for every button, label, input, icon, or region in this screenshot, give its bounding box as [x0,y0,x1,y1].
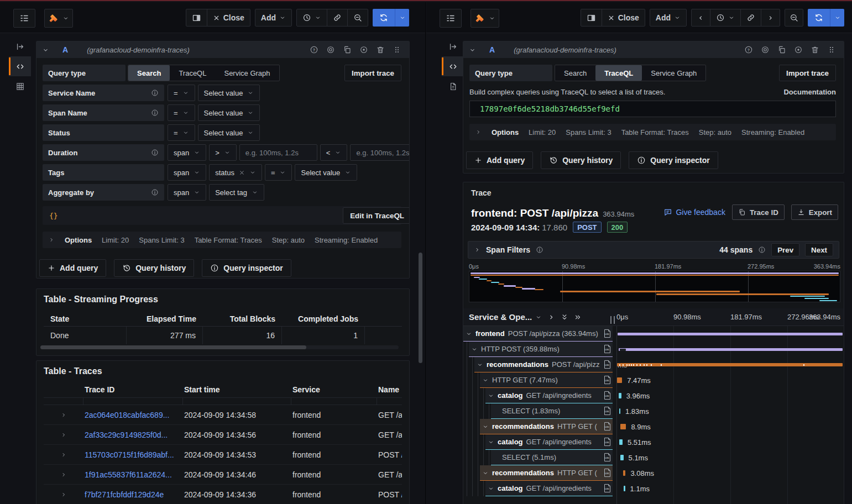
zoom-out-button[interactable] [348,9,368,26]
span-row[interactable]: recommendationsHTTP GET (8.9ms [463,419,844,434]
options-summary-right[interactable]: Options Limit: 20Spans Limit: 3Table For… [469,124,836,140]
collapse-one-icon[interactable] [547,313,555,321]
span-bar[interactable] [619,439,623,445]
next-span-button[interactable]: Next [805,243,833,256]
tab-service-graph[interactable]: Service Graph [215,65,279,81]
select-span[interactable]: span [168,164,206,181]
span-name-cell[interactable]: SELECT (1.83ms) [491,403,613,419]
time-picker-button[interactable] [710,9,740,26]
select-span[interactable]: span [168,144,206,161]
service-operation-header[interactable]: Service & Ope... [469,312,542,322]
rail-table-button[interactable] [9,76,31,96]
expand-chevron-icon[interactable] [488,439,494,445]
expand-row-button[interactable] [44,471,83,478]
span-name-cell[interactable]: recommendationsPOST /api/pizz [474,357,613,372]
duration-input[interactable]: e.g. 100ms, 1.2s [350,144,410,161]
span-timeline-cell[interactable] [616,342,843,357]
trace-minimap[interactable] [469,271,840,302]
disable-query-icon[interactable] [761,45,770,54]
export-button[interactable]: Export [791,204,838,220]
span-bar[interactable] [619,348,843,351]
expand-chevron-icon[interactable] [482,470,489,476]
span-filters-label[interactable]: Span Filters [486,245,530,254]
expand-chevron-icon[interactable] [488,392,494,399]
span-row[interactable]: catalogGET /api/ingredients5.51ms [463,434,844,450]
log-icon[interactable] [603,453,611,462]
expand-row-button[interactable] [44,412,83,418]
span-bar[interactable] [619,408,621,414]
span-row[interactable]: HTTP POST (359.88ms) [463,342,844,357]
run-interval-button[interactable] [395,9,409,27]
link-time-button[interactable] [741,9,761,26]
duration-input[interactable]: e.g. 100ms, 1.2s [239,144,317,161]
span-row[interactable]: HTTP GET (7.47ms)7.47ms [463,372,844,388]
log-icon[interactable] [603,406,611,416]
import-trace-button[interactable]: Import trace [344,65,401,81]
pane-scrollbar-thumb[interactable] [419,253,422,363]
query-inspector-button[interactable]: Query inspector [202,259,291,277]
span-bar[interactable] [620,424,626,429]
documentation-link[interactable]: Documentation [783,88,836,96]
hscroll-thumb[interactable] [40,345,306,349]
select-select-value[interactable]: Select value [198,85,260,101]
span-name-cell[interactable]: recommendationsHTTP GET ( [480,419,613,434]
span-timeline-cell[interactable]: ms [616,357,843,372]
span-timeline-cell[interactable]: 8.9ms [616,419,843,434]
add-button[interactable]: Add [650,9,687,27]
rail-query-editor-button[interactable] [9,56,31,76]
rail-collapse-button[interactable] [9,36,31,56]
add-button[interactable]: Add [255,9,292,27]
span-row[interactable]: SELECT (1.83ms)1.83ms [463,403,844,419]
span-bar[interactable] [619,393,621,398]
log-icon[interactable] [603,422,611,431]
remove-query-icon[interactable] [376,45,385,54]
span-row[interactable]: recommendationsPOST /api/pizzms [463,357,844,372]
tab-search[interactable]: Search [555,65,595,81]
log-icon[interactable] [603,484,611,493]
link-time-button[interactable] [327,9,347,26]
span-timeline-cell[interactable]: 3.96ms [616,388,843,403]
hide-response-icon[interactable] [794,45,803,54]
import-trace-button[interactable]: Import trace [779,65,836,81]
tab-service-graph[interactable]: Service Graph [642,65,705,81]
collapse-query-icon[interactable] [42,46,49,54]
close-pane-button[interactable]: Close [207,9,250,26]
remove-query-icon[interactable] [811,45,819,54]
span-bar[interactable] [617,363,843,366]
log-icon[interactable] [603,344,611,354]
add-query-button[interactable]: Add query [39,259,106,277]
query-inspector-button[interactable]: Query inspector [629,151,718,169]
tab-traceql[interactable]: TraceQL [595,65,642,81]
remove-tag-icon[interactable] [239,170,245,176]
zoom-out-button[interactable] [785,9,803,27]
time-shift-back-button[interactable] [692,9,710,26]
rail-query-editor-button[interactable] [442,56,464,76]
datasource-picker-button[interactable] [44,9,73,28]
span-timeline-cell[interactable]: 7.47ms [616,372,843,388]
close-pane-button[interactable]: Close [602,9,645,26]
span-timeline-cell[interactable]: 1.83ms [616,403,843,419]
span-name-cell[interactable]: recommendationsHTTP GET ( [480,465,613,481]
span-row[interactable]: SELECT (5.1ms)5.1ms [463,450,844,465]
query-history-button[interactable]: Query history [541,151,621,169]
select-[interactable]: < [320,144,348,161]
select-select-value[interactable]: Select value [198,104,260,121]
expand-chevron-icon[interactable] [471,346,478,353]
expand-chevron-icon[interactable] [477,361,483,368]
log-icon[interactable] [603,375,611,385]
tab-search[interactable]: Search [128,65,170,81]
log-icon[interactable] [603,360,611,369]
tab-traceql[interactable]: TraceQL [170,65,215,81]
drag-handle-icon[interactable] [393,45,401,54]
query-list-button[interactable] [440,9,462,28]
select-[interactable]: = [168,85,195,101]
trace-id-link[interactable]: 1f91ac55837f611a2624... [83,470,183,479]
select-select-value[interactable]: Select value [198,124,260,141]
span-row[interactable]: catalogGET /api/ingredients3.96ms [463,388,844,403]
run-query-button[interactable] [373,9,395,27]
options-summary-left[interactable]: Options Limit: 20Spans Limit: 3Table For… [43,232,401,248]
rail-collapse-button[interactable] [442,36,464,56]
trace-id-link[interactable]: 2ac064e018cabfac689... [83,411,183,419]
give-feedback-link[interactable]: Give feedback [663,208,725,217]
select-select-tag[interactable]: Select tag [209,184,264,201]
